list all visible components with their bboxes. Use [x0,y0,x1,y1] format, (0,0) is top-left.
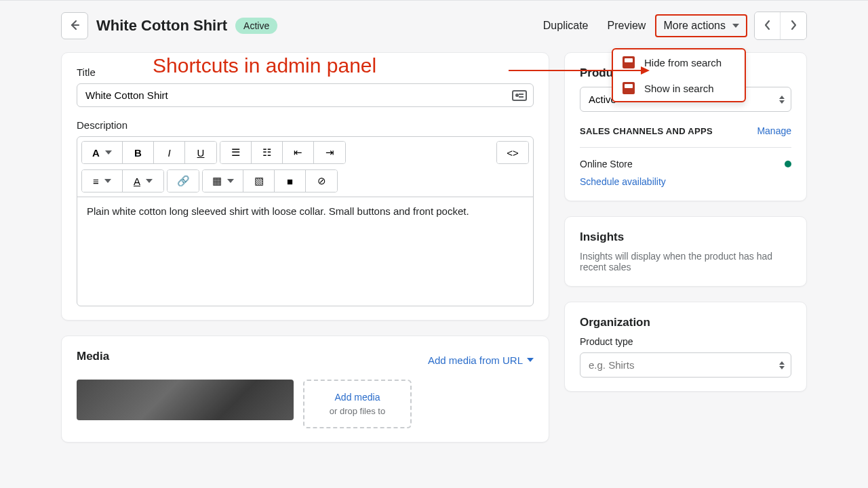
caret-down-icon [146,179,153,183]
id-card-icon [512,90,527,101]
rte-link-button[interactable]: 🔗 [167,170,199,192]
clear-format-icon: ⊘ [317,175,326,187]
caret-down-icon [732,24,739,28]
table-icon: ▦ [212,175,222,187]
rte-format-button[interactable]: A [82,142,123,163]
organization-card: Organization Product type [564,302,807,392]
rte-italic-button[interactable]: I [154,142,185,163]
rte-html-button[interactable]: <> [497,142,528,163]
more-actions-button[interactable]: More actions Hide from search Show in se… [655,14,747,37]
schedule-availability-link[interactable]: Schedule availability [580,176,666,187]
dropdown-show-in-search[interactable]: Show in search [613,75,745,101]
manage-link[interactable]: Manage [757,125,791,136]
rte-color-button[interactable]: A [123,170,163,192]
caret-down-icon [227,179,234,183]
rte-table-button[interactable]: ▦ [203,170,243,192]
rte-outdent-button[interactable]: ⇤ [283,142,314,163]
page-title: White Cotton Shirt [96,17,227,35]
rte-image-button[interactable]: ▧ [243,170,275,192]
rte-toolbar: A B I U ☰ ☷ ⇤ ⇥ <> [77,137,533,197]
annotation-arrow-icon [509,64,651,77]
annotation-text: Shortcuts in admin panel [153,54,376,77]
dropdown-item-label: Show in search [644,83,714,94]
description-label: Description [77,119,534,131]
next-button[interactable] [781,12,806,39]
description-textarea[interactable]: Plain white cotton long sleeved shirt wi… [77,197,533,306]
rte-indent-button[interactable]: ⇥ [314,142,345,163]
rte-clear-button[interactable]: ⊘ [306,170,337,192]
insights-heading: Insights [580,230,791,244]
title-input[interactable] [77,83,534,107]
insights-card: Insights Insights will display when the … [564,216,807,287]
back-button[interactable] [61,12,88,39]
insights-text: Insights will display when the product h… [580,251,791,272]
chevron-right-icon [789,20,797,33]
link-icon: 🔗 [177,175,190,187]
app-icon [623,82,635,94]
align-icon: ≡ [93,176,99,187]
media-card: Media Add media from URL Add media or dr… [61,336,549,443]
chevron-left-icon [764,20,772,33]
select-arrows-icon [779,96,785,104]
product-type-label: Product type [580,336,791,347]
text-color-icon: A [134,176,140,187]
title-description-card: Title Description A B I U [61,52,549,321]
rte-video-button[interactable]: ■ [275,170,306,192]
media-heading: Media [77,350,109,363]
sales-channels-heading: SALES CHANNELS AND APPS [580,126,713,136]
select-arrows-icon [779,361,785,369]
video-icon: ■ [287,176,293,187]
preview-button[interactable]: Preview [598,14,656,37]
product-type-input[interactable] [580,352,791,378]
svg-marker-2 [641,66,650,75]
more-actions-label: More actions [663,20,726,32]
add-media-url-link[interactable]: Add media from URL [428,354,534,366]
status-dot-icon [785,161,791,167]
add-media-link: Add media [311,392,403,403]
organization-heading: Organization [580,316,791,329]
rte-number-list-button[interactable]: ☷ [252,142,283,163]
indent-icon: ⇥ [326,146,334,159]
outdent-icon: ⇤ [294,146,302,159]
rte-underline-button[interactable]: U [185,142,216,163]
media-dropzone[interactable]: Add media or drop files to [303,380,412,428]
code-icon: <> [507,147,519,159]
rte-bold-button[interactable]: B [123,142,154,163]
media-thumbnail[interactable] [77,380,294,420]
prev-button[interactable] [755,12,781,39]
dropzone-subtext: or drop files to [330,406,385,416]
arrow-left-icon [68,18,81,34]
number-list-icon: ☷ [262,146,271,159]
caret-down-icon [105,150,112,155]
rte-bullet-list-button[interactable]: ☰ [220,142,252,163]
caret-down-icon [527,358,534,362]
duplicate-button[interactable]: Duplicate [534,14,598,37]
channel-online-store: Online Store [580,159,633,169]
rte-align-button[interactable]: ≡ [82,170,123,192]
image-icon: ▧ [254,175,264,187]
rich-text-editor: A B I U ☰ ☷ ⇤ ⇥ <> [77,136,534,306]
status-badge: Active [235,18,277,34]
bullet-list-icon: ☰ [231,146,240,159]
dropdown-item-label: Hide from search [644,57,722,68]
caret-down-icon [104,179,111,183]
